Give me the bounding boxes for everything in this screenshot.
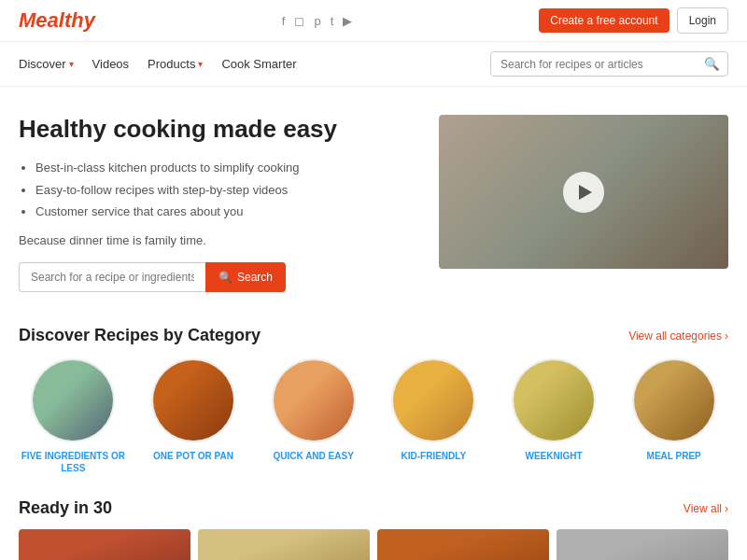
view-all-ready-link[interactable]: View all › (684, 502, 728, 515)
meal-prep-thumbnail (634, 360, 714, 441)
hero-title: Healthy cooking made easy (19, 115, 420, 144)
nav-videos[interactable]: Videos (92, 57, 130, 71)
products-dropdown-arrow: ▾ (198, 59, 203, 69)
hero-bullet-1: Best-in-class kitchen products to simpli… (35, 157, 420, 178)
ready-in-30-section: Ready in 30 View all › (0, 489, 747, 560)
nav-search-button[interactable]: 🔍 (697, 52, 727, 76)
recipe-card-1[interactable] (19, 529, 190, 560)
hero-search-form: 🔍 Search (19, 262, 420, 292)
category-meal-prep-image (632, 358, 716, 442)
ready-in-30-title: Ready in 30 (19, 498, 112, 518)
category-meal-prep-label: MEAL PREP (647, 450, 701, 462)
facebook-icon[interactable]: f (282, 14, 286, 28)
view-all-categories-link[interactable]: View all categories › (628, 329, 728, 343)
view-all-categories-label: View all categories (628, 329, 722, 343)
hero-bullets: Best-in-class kitchen products to simpli… (19, 157, 420, 222)
play-button[interactable] (563, 172, 604, 213)
nav-search-form: 🔍 (490, 51, 728, 77)
category-weeknight[interactable]: WEEKNIGHT (500, 358, 609, 474)
hero-bullet-2: Easy-to-follow recipes with step-by-step… (35, 179, 420, 201)
recipe-card-3[interactable] (377, 529, 549, 560)
hero-tagline: Because dinner time is family time. (19, 233, 420, 247)
category-kid-friendly-label: KID-FRIENDLY (402, 450, 467, 462)
twitter-icon[interactable]: t (331, 14, 334, 28)
header-actions: Create a free account Login (539, 7, 728, 34)
nav-search-input[interactable] (491, 53, 697, 76)
youtube-icon[interactable]: ▶ (343, 14, 352, 28)
header: Mealthy f ◻ p t ▶ Create a free account … (0, 0, 747, 42)
category-five-ingredients[interactable]: FIVE INGREDIENTS OR LESS (19, 358, 128, 474)
search-icon: 🔍 (218, 271, 233, 284)
category-quick-easy[interactable]: QUICK AND EASY (259, 358, 368, 474)
recipe-card-2[interactable] (198, 529, 370, 560)
category-one-pot[interactable]: ONE POT OR PAN (139, 358, 248, 474)
nav-videos-label: Videos (92, 57, 130, 71)
recipe-grid (19, 529, 728, 560)
pinterest-icon[interactable]: p (314, 14, 320, 28)
quick-easy-thumbnail (274, 360, 354, 441)
categories-section: Discover Recipes by Category View all ca… (0, 311, 747, 489)
category-kid-friendly-image (391, 358, 475, 442)
nav-items: Discover ▾ Videos Products ▾ Cook Smarte… (19, 57, 297, 71)
hero-search-input[interactable] (19, 262, 205, 292)
chevron-right-icon-2: › (725, 502, 728, 515)
nav-cook-smarter[interactable]: Cook Smarter (221, 57, 296, 71)
category-five-ingredients-image (31, 358, 115, 442)
category-one-pot-label: ONE POT OR PAN (153, 450, 233, 462)
nav-products[interactable]: Products ▾ (148, 57, 203, 71)
category-one-pot-image (151, 358, 235, 442)
category-five-ingredients-label: FIVE INGREDIENTS OR LESS (19, 450, 128, 474)
category-quick-easy-label: QUICK AND EASY (274, 450, 354, 462)
ready-in-30-header: Ready in 30 View all › (19, 498, 728, 518)
category-weeknight-label: WEEKNIGHT (525, 450, 582, 462)
category-weeknight-image (512, 358, 596, 442)
category-quick-easy-image (272, 358, 356, 442)
discover-dropdown-arrow: ▾ (69, 59, 74, 69)
category-kid-friendly[interactable]: KID-FRIENDLY (379, 358, 488, 474)
create-account-button[interactable]: Create a free account (539, 8, 669, 33)
nav-products-label: Products (148, 57, 195, 71)
nav-discover-label: Discover (19, 57, 66, 71)
categories-header: Discover Recipes by Category View all ca… (19, 326, 728, 345)
video-thumbnail (439, 115, 728, 269)
hero-search-button[interactable]: 🔍 Search (205, 262, 286, 292)
nav-discover[interactable]: Discover ▾ (19, 57, 74, 71)
hero-bullet-3: Customer service that cares about you (35, 201, 420, 222)
category-meal-prep[interactable]: MEAL PREP (619, 358, 728, 474)
logo[interactable]: Mealthy (19, 8, 95, 33)
weeknight-thumbnail (514, 360, 594, 441)
kid-friendly-thumbnail (393, 360, 473, 441)
nav-cook-smarter-label: Cook Smarter (221, 57, 296, 71)
view-all-ready-label: View all (684, 502, 722, 515)
five-ingredients-thumbnail (33, 360, 113, 441)
category-list: FIVE INGREDIENTS OR LESS ONE POT OR PAN … (19, 358, 728, 474)
chevron-right-icon: › (725, 329, 728, 343)
login-button[interactable]: Login (677, 7, 728, 34)
social-icons: f ◻ p t ▶ (282, 14, 352, 28)
categories-title: Discover Recipes by Category (19, 326, 261, 345)
one-pot-thumbnail (153, 360, 233, 441)
instagram-icon[interactable]: ◻ (294, 14, 304, 28)
navigation: Discover ▾ Videos Products ▾ Cook Smarte… (0, 42, 747, 87)
hero-section: Healthy cooking made easy Best-in-class … (0, 87, 747, 311)
hero-search-label: Search (237, 271, 273, 284)
hero-video[interactable] (439, 115, 728, 269)
hero-text: Healthy cooking made easy Best-in-class … (19, 115, 420, 292)
recipe-card-4[interactable] (557, 529, 728, 560)
